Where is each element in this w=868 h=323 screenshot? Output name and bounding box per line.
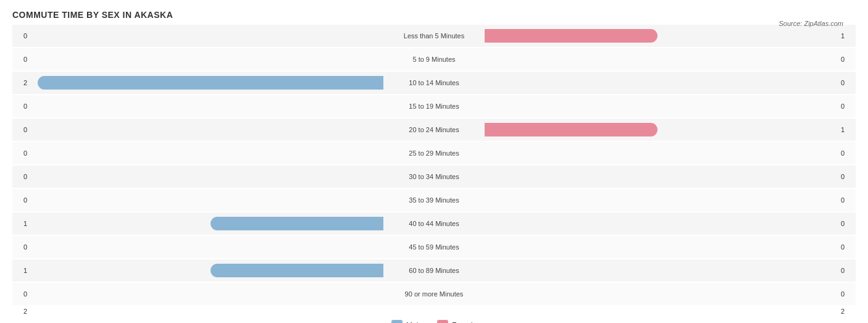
male-swatch bbox=[391, 320, 403, 323]
row-label: 45 to 59 Minutes bbox=[385, 243, 483, 251]
female-value: 0 bbox=[838, 267, 856, 274]
female-value: 0 bbox=[838, 290, 856, 298]
bars-area: 15 to 19 Minutes bbox=[30, 95, 838, 117]
axis-right-label: 2 bbox=[838, 308, 856, 315]
male-value: 0 bbox=[12, 103, 30, 110]
male-value: 0 bbox=[12, 243, 30, 251]
axis-left-label: 2 bbox=[12, 308, 30, 315]
legend: Male Female bbox=[12, 320, 856, 323]
row-label: 40 to 44 Minutes bbox=[385, 220, 483, 227]
male-value: 2 bbox=[12, 79, 30, 86]
row-label: 10 to 14 Minutes bbox=[385, 79, 483, 86]
bars-area: 5 to 9 Minutes bbox=[30, 48, 838, 70]
row-label: 90 or more Minutes bbox=[385, 290, 483, 298]
female-value: 0 bbox=[838, 79, 856, 86]
chart-container: 0 Less than 5 Minutes 1 0 5 to 9 Minutes… bbox=[12, 25, 856, 315]
bars-area: 45 to 59 Minutes bbox=[30, 236, 838, 258]
legend-male: Male bbox=[391, 320, 422, 323]
female-value: 1 bbox=[838, 32, 856, 40]
female-bar bbox=[485, 29, 657, 43]
male-value: 0 bbox=[12, 32, 30, 40]
row-label: 30 to 34 Minutes bbox=[385, 173, 483, 180]
bars-area: 10 to 14 Minutes bbox=[30, 72, 838, 94]
chart-title: COMMUTE TIME BY SEX IN AKASKA bbox=[12, 10, 856, 20]
male-side bbox=[30, 76, 385, 90]
female-value: 0 bbox=[838, 220, 856, 227]
female-value: 0 bbox=[838, 173, 856, 180]
female-bar bbox=[485, 123, 657, 136]
table-row: 0 35 to 39 Minutes 0 bbox=[12, 189, 856, 211]
bars-area: 35 to 39 Minutes bbox=[30, 189, 838, 211]
bars-area: Less than 5 Minutes bbox=[30, 25, 838, 47]
bars-area: 60 to 89 Minutes bbox=[30, 259, 838, 282]
male-value: 0 bbox=[12, 126, 30, 133]
table-row: 0 15 to 19 Minutes 0 bbox=[12, 95, 856, 117]
row-label: 60 to 89 Minutes bbox=[385, 267, 483, 274]
male-bar bbox=[211, 264, 383, 277]
male-value: 0 bbox=[12, 173, 30, 180]
bars-area: 25 to 29 Minutes bbox=[30, 142, 838, 164]
female-value: 0 bbox=[838, 56, 856, 63]
male-value: 0 bbox=[12, 149, 30, 157]
table-row: 0 20 to 24 Minutes 1 bbox=[12, 119, 856, 141]
male-value: 1 bbox=[12, 267, 30, 274]
male-side bbox=[30, 264, 385, 277]
table-row: 0 30 to 34 Minutes 0 bbox=[12, 166, 856, 188]
row-label: 5 to 9 Minutes bbox=[385, 56, 483, 63]
table-row: 0 25 to 29 Minutes 0 bbox=[12, 142, 856, 164]
bars-area: 20 to 24 Minutes bbox=[30, 119, 838, 141]
female-swatch bbox=[437, 320, 448, 323]
bars-area: 30 to 34 Minutes bbox=[30, 166, 838, 188]
bars-area: 40 to 44 Minutes bbox=[30, 212, 838, 235]
legend-female: Female bbox=[437, 320, 477, 323]
table-row: 1 60 to 89 Minutes 0 bbox=[12, 259, 856, 282]
table-row: 0 Less than 5 Minutes 1 bbox=[12, 25, 856, 47]
row-label: Less than 5 Minutes bbox=[385, 32, 483, 40]
table-row: 1 40 to 44 Minutes 0 bbox=[12, 212, 856, 235]
table-row: 0 90 or more Minutes 0 bbox=[12, 283, 856, 305]
bars-area: 90 or more Minutes bbox=[30, 283, 838, 305]
female-value: 0 bbox=[838, 196, 856, 204]
table-row: 2 10 to 14 Minutes 0 bbox=[12, 72, 856, 94]
row-label: 25 to 29 Minutes bbox=[385, 149, 483, 157]
male-bar bbox=[38, 76, 383, 90]
row-label: 20 to 24 Minutes bbox=[385, 126, 483, 133]
table-row: 0 45 to 59 Minutes 0 bbox=[12, 236, 856, 258]
female-value: 0 bbox=[838, 149, 856, 157]
female-side bbox=[483, 123, 838, 136]
table-row: 0 5 to 9 Minutes 0 bbox=[12, 48, 856, 70]
female-value: 1 bbox=[838, 126, 856, 133]
male-value: 0 bbox=[12, 290, 30, 298]
female-value: 0 bbox=[838, 243, 856, 251]
female-side bbox=[483, 29, 838, 43]
male-value: 0 bbox=[12, 196, 30, 204]
row-label: 15 to 19 Minutes bbox=[385, 103, 483, 110]
axis-row: 2 2 bbox=[12, 308, 856, 315]
male-value: 0 bbox=[12, 56, 30, 63]
male-bar bbox=[211, 217, 383, 230]
male-value: 1 bbox=[12, 220, 30, 227]
female-value: 0 bbox=[838, 103, 856, 110]
row-label: 35 to 39 Minutes bbox=[385, 196, 483, 204]
male-side bbox=[30, 217, 385, 230]
